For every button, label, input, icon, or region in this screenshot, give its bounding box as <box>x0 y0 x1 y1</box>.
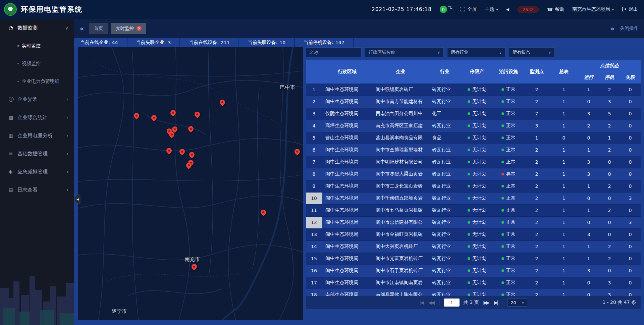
tab-realtime-monitor[interactable]: 实时监控 × <box>111 23 146 34</box>
page-input[interactable] <box>444 299 460 307</box>
sidebar-item-logs[interactable]: ▤日志查看‹ <box>0 181 74 199</box>
row-run-count: 0 <box>578 289 599 296</box>
chevron-down-icon: ∨ <box>499 50 502 55</box>
status-dot-red <box>501 173 504 175</box>
region-select[interactable]: 行政区域名称 ∨ <box>365 47 444 57</box>
row-facility-status-label: 正常 <box>506 292 516 296</box>
next-page-button[interactable]: ▶▶ <box>483 300 490 305</box>
tab-home[interactable]: 首页 <box>89 23 108 34</box>
row-total-meters: 0 <box>549 132 578 144</box>
chevron-left-icon: ‹ <box>66 115 68 120</box>
row-region: 阆中生态环境局 <box>322 168 372 180</box>
sidebar-item-label: 基础数据管理 <box>17 151 66 157</box>
table-row[interactable]: 13阆中生态环境局阆中市金福旺页岩机砖砖瓦行业无计划正常21300 <box>306 228 641 240</box>
sidebar-section-logs: ▤日志查看‹ <box>0 181 74 199</box>
first-page-button[interactable]: |◀ <box>419 300 424 305</box>
broadcast-button[interactable]: ◀ <box>506 7 509 12</box>
col-company: 企业 <box>372 60 429 84</box>
row-limit-status: 无计划 <box>461 192 493 204</box>
log-icon: ▤ <box>9 187 17 193</box>
sidebar-subitem-video[interactable]: 视频监控 <box>0 55 74 72</box>
help-button[interactable]: ☎ 帮助 <box>547 6 564 12</box>
row-limit-status-label: 无计划 <box>472 87 486 92</box>
last-page-button[interactable]: ▶| <box>493 300 498 305</box>
row-stop-count: 0 <box>599 168 620 180</box>
row-company: 西南油气田分公司川中 <box>372 108 429 120</box>
tab-close-icon[interactable]: × <box>137 26 142 31</box>
row-company: 南充市高坪区王家店建 <box>372 120 429 132</box>
tab-scroll-left-button[interactable]: « <box>78 25 86 32</box>
table-row[interactable]: 12阆中生态环境局阆中市忠信建材有限公砖瓦行业无计划正常21003 <box>306 216 641 228</box>
fullscreen-icon <box>461 7 465 12</box>
close-operations-button[interactable]: 关闭操作 <box>620 25 639 32</box>
stat-value: 3 <box>168 40 171 45</box>
sidebar-item-label: 企业用电量分析 <box>17 132 66 139</box>
table-row[interactable]: 9阆中生态环境局阆中市二龙长宝页岩砖砖瓦行业无计划正常21120 <box>306 180 641 192</box>
row-industry: 砖瓦行业 <box>429 144 461 156</box>
row-stop-count: 5 <box>599 108 620 120</box>
row-total-meters: 1 <box>549 96 578 108</box>
industry-select[interactable]: 所有行业 ∨ <box>447 47 505 57</box>
name-input[interactable] <box>306 47 362 57</box>
map-panel[interactable]: 巴中市南充市遂宁市 <box>78 47 303 320</box>
tab-scroll-right-button[interactable]: » <box>608 25 616 32</box>
logout-button[interactable]: 退出 <box>622 6 638 12</box>
row-limit-status: 无计划 <box>461 265 493 277</box>
fullscreen-button[interactable]: 全屏 <box>461 6 477 12</box>
table-row[interactable]: 4高坪生态环境局南充市高坪区王家店建砖瓦行业无计划正常31220 <box>306 120 641 132</box>
row-index: 4 <box>306 120 322 132</box>
sidebar-item-label: 日志查看 <box>17 187 66 193</box>
status-select[interactable]: 所有状态 ∨ <box>509 47 555 57</box>
row-lost-count: 3 <box>620 192 641 204</box>
row-limit-status-label: 无计划 <box>472 219 486 225</box>
main-area: ◔数据监测∨实时监控视频监控企业电力负荷明细ⓘ企业异常‹▧企业综合统计‹▥企业用… <box>0 19 644 325</box>
status-dot-green <box>468 88 470 91</box>
row-lost-count: 0 <box>620 144 641 156</box>
table-row[interactable]: 15阆中生态环境局阆中市光富页岩机砖厂砖瓦行业无计划正常21120 <box>306 253 641 265</box>
stat-value: 211 <box>221 40 230 45</box>
row-region: 阆中生态环境局 <box>322 228 372 240</box>
row-limit-status-label: 无计划 <box>472 268 486 273</box>
row-limit-status-label: 无计划 <box>472 111 486 116</box>
sidebar-item-label: 应急减排管理 <box>17 169 66 175</box>
bullet-icon <box>17 45 19 47</box>
row-limit-status: 无计划 <box>461 180 493 192</box>
table-row[interactable]: 17阆中生态环境局阆中市江南镇阆南页岩砖瓦行业无计划正常21030 <box>306 277 641 289</box>
sidebar-subitem-realtime[interactable]: 实时监控 <box>0 37 74 55</box>
table-row[interactable]: 16阆中生态环境局阆中市石子页岩机砖厂砖瓦行业无计划正常21300 <box>306 265 641 277</box>
row-lost-count: 0 <box>620 240 641 253</box>
table-row[interactable]: 8阆中生态环境局阆中市枣碧大梁山页岩砖瓦行业无计划异常21300 <box>306 168 641 180</box>
table-row[interactable]: 14阆中生态环境局阆中大兴页岩机砖厂砖瓦行业无计划正常21120 <box>306 240 641 253</box>
notification-badge[interactable]: 2632 <box>517 6 539 13</box>
page-size-select[interactable]: 20 ∨ <box>507 299 527 307</box>
table-row[interactable]: 2阆中生态环境局阆中市南方节能建材有砖瓦行业无计划正常21030 <box>306 96 641 108</box>
row-lost-count: 0 <box>620 228 641 240</box>
sidebar-section-enterprise-stats: ▧企业综合统计‹ <box>0 108 74 126</box>
sidebar-item-emergency[interactable]: ◈应急减排管理‹ <box>0 163 74 181</box>
sidebar-subitem-power-load-detail[interactable]: 企业电力负荷明细 <box>0 72 74 90</box>
table-row[interactable]: 3仪陇生态环境局西南油气田分公司川中化工无计划正常71350 <box>306 108 641 120</box>
row-industry: 砖瓦行业 <box>429 277 461 289</box>
table-row[interactable]: 5营山生态环境局营山县润丰肉食品有限食品无计划正常10010 <box>306 132 641 144</box>
row-limit-status: 无计划 <box>461 277 493 289</box>
sidebar-item-base-data[interactable]: ≡基础数据管理‹ <box>0 145 74 163</box>
theme-dropdown[interactable]: 主题 ▾ <box>485 6 498 12</box>
status-dot-green <box>468 269 470 272</box>
org-dropdown[interactable]: 南充市生态环境局 ▾ <box>572 6 614 12</box>
row-stop-count: 2 <box>599 204 620 216</box>
row-industry: 砖瓦行业 <box>429 253 461 265</box>
prev-page-button[interactable]: ◀◀ <box>428 300 435 305</box>
row-limit-status: 无计划 <box>461 96 493 108</box>
sidebar-item-enterprise-abnormal[interactable]: ⓘ企业异常‹ <box>0 90 74 108</box>
table-row[interactable]: 11阆中生态环境局阆中市五马桥页岩机砖砖瓦行业无计划正常21120 <box>306 204 641 216</box>
table-row[interactable]: 6阆中生态环境局阆中市金博瑞新型墙材砖瓦行业无计划正常21120 <box>306 144 641 156</box>
sidebar-item-enterprise-stats[interactable]: ▧企业综合统计‹ <box>0 108 74 126</box>
col-points: 监测点 <box>524 60 549 84</box>
row-industry: 食品 <box>429 132 461 144</box>
table-row[interactable]: 18南部生态环境局南部县双佛土陶有限公砖瓦行业无计划正常21030 <box>306 289 641 296</box>
table-row[interactable]: 1阆中生态环境局阆中强锐页岩砖厂砖瓦行业无计划正常21120 <box>306 84 641 96</box>
sidebar-item-power-analysis[interactable]: ▥企业用电量分析‹ <box>0 126 74 145</box>
table-row[interactable]: 7阆中生态环境局阆中明阳建材有限公司砖瓦行业无计划正常21300 <box>306 156 641 168</box>
table-row[interactable]: 10阆中生态环境局阆中千佛镇五郎垭页岩砖瓦行业无计划正常21003 <box>306 192 641 204</box>
sidebar-item-data-monitor[interactable]: ◔数据监测∨ <box>0 19 74 37</box>
